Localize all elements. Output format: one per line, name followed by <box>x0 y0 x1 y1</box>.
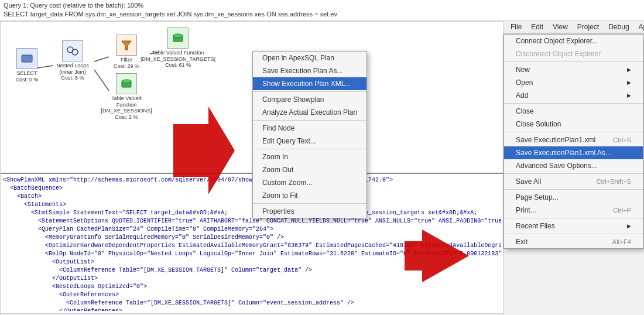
ssms-sep2 <box>504 103 643 104</box>
ssms-sep4 <box>504 173 643 174</box>
svg-point-6 <box>72 49 78 55</box>
query-info-bar: Query 1: Query cost (relative to the bat… <box>0 0 644 21</box>
ssms-save-exec-plan-as[interactable]: Save ExecutionPlan1.xml As... <box>504 146 643 159</box>
ssms-print[interactable]: Print... Ctrl+P <box>504 204 643 217</box>
node-nested-loops[interactable]: Nested Loops(Inner Join)Cost: 8 % <box>52 40 93 81</box>
ssms-disconnect-obj-explorer: Disconnect Object Explorer <box>504 47 643 60</box>
ssms-sep3 <box>504 132 643 132</box>
ctx-find-node[interactable]: Find Node <box>253 122 366 135</box>
node-select[interactable]: SELECTCost: 0 % <box>6 48 47 83</box>
ssms-close-solution[interactable]: Close Solution <box>504 118 643 131</box>
ssms-sep5 <box>504 189 643 190</box>
ctx-sep4 <box>253 203 366 204</box>
ssms-menu-debug[interactable]: Debug <box>604 22 633 32</box>
ctx-properties[interactable]: Properties <box>253 205 366 218</box>
ssms-page-setup[interactable]: Page Setup... <box>504 191 643 204</box>
ssms-save-exec-plan1[interactable]: Save ExecutionPlan1.xml Ctrl+S <box>504 133 643 146</box>
ssms-new[interactable]: New <box>504 63 643 76</box>
ctx-zoom-in[interactable]: Zoom In <box>253 150 366 163</box>
ssms-advanced-save[interactable]: Advanced Save Options... <box>504 159 643 172</box>
svg-point-9 <box>173 34 183 37</box>
ctx-sep2 <box>253 120 366 121</box>
ssms-sep6 <box>504 218 643 218</box>
ctx-compare-showplan[interactable]: Compare Showplan <box>253 93 366 106</box>
ssms-save-all[interactable]: Save All Ctrl+Shift+S <box>504 175 643 188</box>
ssms-exit[interactable]: Exit Alt+F4 <box>504 235 643 248</box>
ctx-edit-query-text[interactable]: Edit Query Text... <box>253 135 366 148</box>
ctx-sep3 <box>253 149 366 149</box>
ssms-recent-files[interactable]: Recent Files <box>504 220 643 232</box>
ctx-sep1 <box>253 91 366 92</box>
plan-diagram: SELECTCost: 0 % Nested Loops(Inner Join)… <box>0 21 503 314</box>
ssms-add[interactable]: Add <box>504 89 643 102</box>
ssms-menubar: File Edit View Project Debug ApexSQL ✕ <box>503 21 644 34</box>
ssms-file-dropdown[interactable]: Connect Object Explorer... Disconnect Ob… <box>503 34 643 249</box>
right-panel: File Edit View Project Debug ApexSQL ✕ C… <box>503 21 644 314</box>
ssms-menu-edit[interactable]: Edit <box>526 22 548 32</box>
ctx-custom-zoom[interactable]: Custom Zoom... <box>253 176 366 189</box>
ssms-menu-view[interactable]: View <box>548 22 573 32</box>
ssms-menu-project[interactable]: Project <box>573 22 604 32</box>
ctx-analyze-actual[interactable]: Analyze Actual Execution Plan <box>253 106 366 119</box>
ctx-open-apex[interactable]: Open in ApexSQL Plan <box>253 52 366 64</box>
ctx-zoom-to-fit[interactable]: Zoom to Fit <box>253 189 366 202</box>
svg-marker-7 <box>122 41 131 50</box>
svg-rect-4 <box>22 55 32 62</box>
ctx-save-exec-plan[interactable]: Save Execution Plan As... <box>253 64 366 77</box>
ssms-sep7 <box>504 234 643 234</box>
context-menu[interactable]: Open in ApexSQL Plan Save Execution Plan… <box>252 51 367 218</box>
ctx-show-exec-xml[interactable]: Show Execution Plan XML... <box>253 77 366 90</box>
ssms-menu-apexsql[interactable]: ApexSQL <box>634 22 644 32</box>
ssms-open[interactable]: Open <box>504 76 643 89</box>
ssms-connect-obj-explorer[interactable]: Connect Object Explorer... <box>504 35 643 47</box>
ssms-menu-file[interactable]: File <box>506 22 526 32</box>
node-tvf2[interactable]: Table Valued Function[DM_XE_SESSIONS]Cos… <box>106 73 147 121</box>
ctx-zoom-out[interactable]: Zoom Out <box>253 163 366 176</box>
node-tvf1[interactable]: Table Valued Function[DM_XE_SESSION_TARG… <box>157 28 198 69</box>
svg-point-11 <box>122 80 131 83</box>
ssms-sep1 <box>504 61 643 62</box>
ssms-close[interactable]: Close <box>504 105 643 118</box>
